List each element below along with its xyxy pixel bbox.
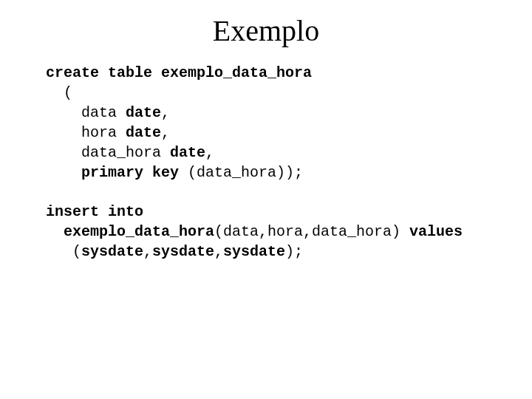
vcomma-1: , xyxy=(143,243,152,260)
insert-table-name: exemplo_data_hora xyxy=(46,223,214,240)
vcomma-2: , xyxy=(214,243,223,260)
kw-values: values xyxy=(409,223,463,240)
comma-2: , xyxy=(161,124,170,141)
pk-pre xyxy=(46,164,81,181)
kw-date-3: date xyxy=(170,144,205,161)
insert-columns: (data,hora,data_hora) xyxy=(214,223,409,240)
kw-sysdate-1: sysdate xyxy=(81,243,143,260)
values-pre: ( xyxy=(46,243,81,260)
slide: Exemplo create table exemplo_data_hora (… xyxy=(0,0,532,399)
table-name: exemplo_data_hora xyxy=(152,64,312,81)
kw-primary-key: primary key xyxy=(81,164,179,181)
kw-insert-into: insert into xyxy=(46,203,143,220)
kw-sysdate-3: sysdate xyxy=(223,243,285,260)
kw-date-2: date xyxy=(126,124,161,141)
col-datahora-pre: data_hora xyxy=(46,144,170,161)
pk-post: (data_hora)); xyxy=(179,164,303,181)
code-block-create: create table exemplo_data_hora ( data da… xyxy=(46,63,532,183)
slide-title: Exemplo xyxy=(0,13,532,48)
kw-create-table: create table xyxy=(46,64,152,81)
comma-1: , xyxy=(161,104,170,121)
kw-sysdate-2: sysdate xyxy=(152,243,214,260)
comma-3: , xyxy=(205,144,214,161)
kw-date-1: date xyxy=(126,104,161,121)
values-post: ); xyxy=(285,243,303,260)
spacer xyxy=(0,183,532,202)
col-data-pre: data xyxy=(46,104,126,121)
code-block-insert: insert into exemplo_data_hora(data,hora,… xyxy=(46,202,532,262)
paren-open: ( xyxy=(46,84,72,101)
col-hora-pre: hora xyxy=(46,124,126,141)
